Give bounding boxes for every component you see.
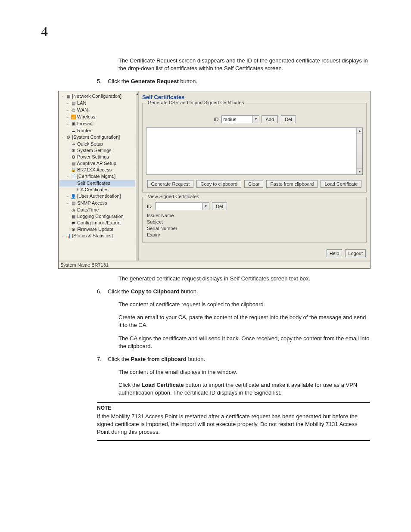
id-input[interactable] (221, 115, 252, 123)
step-text: Click the Copy to Clipboard button. (108, 288, 370, 296)
adaptive-ap-icon: ▤ (71, 160, 76, 167)
app-screenshot: ◦▦ [Network Configuration] ◦▤ LAN ◦◎ WAN… (58, 91, 371, 269)
firewall-icon: ▣ (71, 121, 76, 127)
view-signed-fieldset: View Signed Certificates ID ▼ Del Issuer… (142, 197, 367, 243)
id-label: ID (214, 117, 218, 122)
wan-icon: ◎ (71, 107, 76, 113)
note-body: If the Mobility 7131 Access Point is res… (97, 413, 370, 436)
tree-item-system-settings[interactable]: System Settings (77, 148, 111, 153)
power-settings-icon: ⚙ (71, 154, 76, 160)
page-number: 4 (41, 24, 370, 40)
generate-csr-fieldset: Generate CSR and Import Signed Certifica… (142, 103, 367, 193)
tree-item-self-certs[interactable]: Self Certificates (77, 180, 110, 186)
scroll-down-icon[interactable]: ▾ (357, 168, 362, 174)
scroll-up-icon[interactable]: ▴ (357, 128, 362, 134)
tree-item-quick-setup[interactable]: Quick Setup (77, 141, 103, 146)
access-icon: 🔒 (71, 167, 76, 173)
tree-item-wireless[interactable]: Wireless (77, 114, 95, 119)
note-heading: NOTE (97, 405, 370, 411)
id-combobox[interactable]: ▼ (221, 115, 259, 123)
chevron-down-icon[interactable]: ▼ (202, 202, 209, 210)
quick-setup-icon: ➜ (71, 141, 76, 147)
generate-request-button[interactable]: Generate Request (147, 180, 194, 188)
tree-item-firmware[interactable]: Firmware Update (77, 227, 113, 232)
nav-tree[interactable]: ◦▦ [Network Configuration] ◦▤ LAN ◦◎ WAN… (59, 91, 136, 261)
tree-item-status[interactable]: [Status & Statistics] (72, 233, 113, 238)
subject-label: Subject (147, 219, 363, 224)
logging-icon: ▦ (71, 213, 76, 220)
paste-clipboard-button[interactable]: Paste from clipboard (266, 180, 318, 188)
lan-icon: ▤ (71, 100, 76, 106)
paragraph: The content of the email displays in the… (118, 368, 370, 376)
paragraph: The content of certificate request is co… (118, 301, 370, 308)
delete-button[interactable]: Del (281, 115, 296, 123)
chevron-down-icon[interactable]: ▼ (252, 115, 259, 123)
snmp-icon: ▤ (71, 200, 76, 206)
paragraph: Click the Load Certificate button to imp… (118, 381, 370, 397)
step-number: 5. (97, 78, 108, 85)
scrollbar[interactable]: ▴ ▾ (356, 128, 362, 174)
paragraph: The CA signs the certificate and will se… (118, 335, 370, 350)
signed-id-label: ID (147, 204, 152, 209)
paragraph: The generated certificate request displa… (118, 275, 370, 283)
help-button[interactable]: Help (327, 249, 342, 257)
copy-clipboard-button[interactable]: Copy to clipboard (196, 180, 241, 188)
clock-icon: ◷ (71, 207, 76, 213)
network-icon: ▦ (65, 93, 71, 100)
step-text: Click the Paste from clipboard button. (108, 355, 370, 363)
serial-number-label: Serial Number (147, 226, 363, 231)
tree-item-snmp[interactable]: SNMP Access (77, 200, 107, 205)
wireless-icon: 📶 (71, 114, 76, 120)
router-icon: ☁ (71, 128, 76, 134)
tree-item-datetime[interactable]: Date/Time (77, 207, 99, 212)
step-number: 7. (97, 355, 108, 363)
clear-button[interactable]: Clear (244, 180, 263, 188)
cert-mgmt-icon: 📄 (71, 173, 76, 180)
user-auth-icon: 👤 (71, 193, 76, 199)
tree-item-power-settings[interactable]: Power Settings (77, 154, 109, 159)
tree-item-logging[interactable]: Logging Configuration (77, 214, 124, 219)
csr-textarea[interactable]: ▴ ▾ (146, 128, 363, 175)
tree-item-wan[interactable]: WAN (77, 107, 88, 112)
tree-item-firewall[interactable]: Firewall (77, 121, 93, 126)
tree-item-config-import[interactable]: Config Import/Export (77, 220, 121, 225)
tree-item-system-config[interactable]: [System Configuration] (72, 134, 120, 140)
tree-item-lan[interactable]: LAN (77, 100, 86, 106)
paragraph: Create an email to your CA, paste the co… (118, 314, 370, 329)
add-button[interactable]: Add (262, 115, 278, 123)
tree-item-router[interactable]: Router (77, 128, 91, 133)
tree-item-adaptive-ap[interactable]: Adaptive AP Setup (77, 161, 116, 166)
signed-delete-button[interactable]: Del (212, 202, 227, 210)
expiry-label: Expiry (147, 232, 363, 237)
issuer-name-label: Issuer Name (147, 213, 363, 218)
tree-item-cert-mgmt[interactable]: [Certificate Mgmt.] (77, 174, 115, 179)
load-certificate-button[interactable]: Load Certificate (321, 180, 361, 188)
status-icon: 📊 (65, 233, 71, 239)
tree-item-ca-certs[interactable]: CA Certificates (77, 187, 109, 192)
tree-item-br71xx[interactable]: BR71XX Access (77, 167, 112, 172)
pane-divider[interactable]: ◂ (136, 91, 139, 261)
signed-id-combobox[interactable]: ▼ (155, 202, 209, 210)
logout-button[interactable]: Logout (345, 249, 366, 257)
import-export-icon: ⇄ (71, 220, 76, 226)
fieldset-legend: Generate CSR and Import Signed Certifica… (146, 100, 246, 105)
firmware-icon: ⚙ (71, 226, 76, 233)
note-divider (97, 440, 370, 441)
system-config-icon: ⚙ (65, 134, 71, 140)
main-panel: Self Certificates Generate CSR and Impor… (139, 91, 370, 261)
step-text: Click the Generate Request button. (108, 78, 370, 85)
signed-id-input[interactable] (155, 202, 202, 210)
note-divider (97, 402, 370, 403)
status-bar: System Name BR7131 (59, 261, 370, 268)
fieldset-legend: View Signed Certificates (146, 194, 201, 199)
tree-item-network-config[interactable]: [Network Configuration] (72, 93, 121, 99)
system-settings-icon: ⚙ (71, 147, 76, 154)
step-number: 6. (97, 288, 108, 296)
tree-item-user-auth[interactable]: [User Authentication] (77, 193, 121, 199)
collapse-arrow-icon: ◂ (136, 92, 138, 96)
paragraph: The Certificate Request screen disappear… (118, 57, 370, 72)
panel-title: Self Certificates (142, 94, 367, 100)
